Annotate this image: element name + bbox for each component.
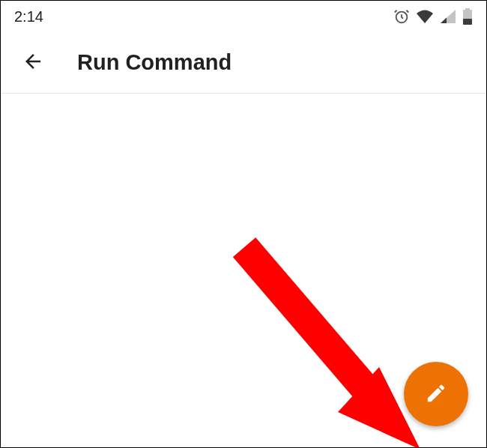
svg-line-4 [244,247,379,405]
wifi-icon [416,9,434,24]
battery-icon [462,8,473,25]
svg-rect-3 [463,19,472,25]
status-time: 2:14 [14,8,43,25]
alarm-icon [393,8,410,25]
annotation-arrow [218,225,443,448]
back-button[interactable] [16,44,50,81]
app-bar: Run Command [1,32,486,94]
edit-fab-button[interactable] [404,362,468,426]
page-title: Run Command [77,50,232,75]
status-icons [393,8,473,25]
arrow-back-icon [22,50,44,75]
pencil-icon [425,382,447,407]
cellular-signal-icon [440,9,456,24]
content-area [1,94,486,447]
status-bar: 2:14 [1,1,486,32]
svg-rect-1 [465,8,470,10]
